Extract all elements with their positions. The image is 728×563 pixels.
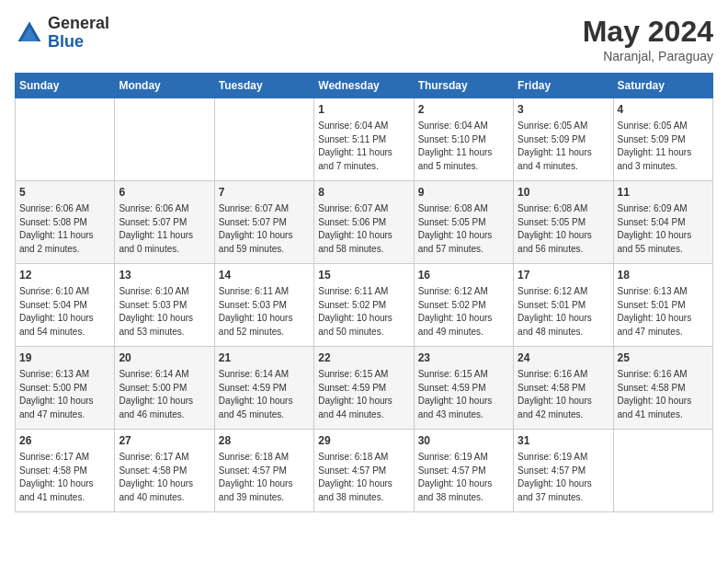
- calendar-cell: 12Sunrise: 6:10 AM Sunset: 5:04 PM Dayli…: [16, 264, 115, 347]
- day-number: 15: [318, 268, 409, 283]
- day-number: 30: [418, 433, 509, 449]
- day-number: 2: [418, 102, 509, 118]
- day-number: 25: [618, 350, 709, 366]
- calendar-cell: 23Sunrise: 6:15 AM Sunset: 4:59 PM Dayli…: [414, 347, 513, 430]
- day-number: 18: [618, 268, 709, 283]
- day-number: 11: [618, 185, 709, 201]
- calendar-cell: 9Sunrise: 6:08 AM Sunset: 5:05 PM Daylig…: [414, 181, 513, 264]
- calendar-cell: [16, 98, 115, 181]
- logo: General Blue: [15, 15, 109, 52]
- day-info: Sunrise: 6:05 AM Sunset: 5:09 PM Dayligh…: [618, 120, 709, 173]
- day-info: Sunrise: 6:13 AM Sunset: 5:00 PM Dayligh…: [19, 368, 110, 421]
- calendar-cell: 29Sunrise: 6:18 AM Sunset: 4:57 PM Dayli…: [314, 430, 414, 512]
- calendar-cell: 1Sunrise: 6:04 AM Sunset: 5:11 PM Daylig…: [314, 98, 414, 181]
- calendar-week-row: 19Sunrise: 6:13 AM Sunset: 5:00 PM Dayli…: [16, 347, 713, 430]
- weekday-header: Sunday: [16, 74, 115, 98]
- logo-blue: Blue: [48, 32, 84, 51]
- day-number: 29: [318, 433, 409, 449]
- weekday-header: Thursday: [414, 74, 513, 98]
- calendar-cell: 15Sunrise: 6:11 AM Sunset: 5:02 PM Dayli…: [314, 264, 414, 347]
- weekday-header: Saturday: [613, 74, 712, 98]
- day-number: 6: [119, 185, 210, 201]
- calendar-cell: 24Sunrise: 6:16 AM Sunset: 4:58 PM Dayli…: [514, 347, 613, 430]
- day-info: Sunrise: 6:19 AM Sunset: 4:57 PM Dayligh…: [518, 451, 609, 504]
- calendar-cell: 17Sunrise: 6:12 AM Sunset: 5:01 PM Dayli…: [514, 264, 613, 347]
- day-info: Sunrise: 6:10 AM Sunset: 5:04 PM Dayligh…: [19, 285, 110, 339]
- calendar-cell: 8Sunrise: 6:07 AM Sunset: 5:06 PM Daylig…: [314, 181, 414, 264]
- calendar-cell: 6Sunrise: 6:06 AM Sunset: 5:07 PM Daylig…: [115, 181, 214, 264]
- day-number: 19: [19, 350, 110, 366]
- calendar-cell: [214, 98, 313, 181]
- day-number: 5: [19, 185, 110, 201]
- day-number: 28: [219, 433, 310, 449]
- day-info: Sunrise: 6:16 AM Sunset: 4:58 PM Dayligh…: [618, 368, 709, 421]
- day-info: Sunrise: 6:11 AM Sunset: 5:02 PM Dayligh…: [318, 285, 409, 339]
- logo-icon: [15, 18, 44, 48]
- day-info: Sunrise: 6:06 AM Sunset: 5:08 PM Dayligh…: [19, 202, 110, 256]
- day-info: Sunrise: 6:19 AM Sunset: 4:57 PM Dayligh…: [418, 451, 509, 504]
- day-number: 24: [518, 350, 609, 366]
- day-info: Sunrise: 6:12 AM Sunset: 5:01 PM Dayligh…: [518, 285, 609, 339]
- calendar-cell: 20Sunrise: 6:14 AM Sunset: 5:00 PM Dayli…: [115, 347, 214, 430]
- day-info: Sunrise: 6:08 AM Sunset: 5:05 PM Dayligh…: [518, 202, 609, 256]
- day-info: Sunrise: 6:13 AM Sunset: 5:01 PM Dayligh…: [618, 285, 709, 339]
- day-number: 10: [518, 185, 609, 201]
- day-number: 7: [219, 185, 310, 201]
- day-info: Sunrise: 6:10 AM Sunset: 5:03 PM Dayligh…: [119, 285, 210, 339]
- calendar-cell: 14Sunrise: 6:11 AM Sunset: 5:03 PM Dayli…: [214, 264, 313, 347]
- day-info: Sunrise: 6:15 AM Sunset: 4:59 PM Dayligh…: [418, 368, 509, 421]
- calendar-cell: 31Sunrise: 6:19 AM Sunset: 4:57 PM Dayli…: [514, 430, 613, 512]
- day-info: Sunrise: 6:07 AM Sunset: 5:07 PM Dayligh…: [219, 202, 310, 256]
- day-number: 31: [518, 433, 609, 449]
- calendar-cell: 26Sunrise: 6:17 AM Sunset: 4:58 PM Dayli…: [16, 430, 115, 512]
- day-info: Sunrise: 6:17 AM Sunset: 4:58 PM Dayligh…: [119, 451, 210, 504]
- calendar-cell: 30Sunrise: 6:19 AM Sunset: 4:57 PM Dayli…: [414, 430, 513, 512]
- day-info: Sunrise: 6:04 AM Sunset: 5:10 PM Dayligh…: [418, 120, 509, 173]
- day-number: 9: [418, 185, 509, 201]
- day-number: 13: [119, 268, 210, 283]
- weekday-header-row: SundayMondayTuesdayWednesdayThursdayFrid…: [16, 74, 713, 98]
- page-header: General Blue May 2024 Naranjal, Paraguay: [15, 15, 713, 63]
- day-number: 14: [219, 268, 310, 283]
- title-block: May 2024 Naranjal, Paraguay: [583, 15, 713, 63]
- logo-text: General Blue: [48, 15, 109, 52]
- day-number: 20: [119, 350, 210, 366]
- day-info: Sunrise: 6:18 AM Sunset: 4:57 PM Dayligh…: [219, 451, 310, 504]
- calendar-cell: 21Sunrise: 6:14 AM Sunset: 4:59 PM Dayli…: [214, 347, 313, 430]
- day-number: 17: [518, 268, 609, 283]
- day-info: Sunrise: 6:07 AM Sunset: 5:06 PM Dayligh…: [318, 202, 409, 256]
- day-number: 27: [119, 433, 210, 449]
- calendar-cell: [613, 430, 712, 512]
- day-info: Sunrise: 6:09 AM Sunset: 5:04 PM Dayligh…: [618, 202, 709, 256]
- day-info: Sunrise: 6:06 AM Sunset: 5:07 PM Dayligh…: [119, 202, 210, 256]
- calendar-cell: 28Sunrise: 6:18 AM Sunset: 4:57 PM Dayli…: [214, 430, 313, 512]
- day-number: 1: [318, 102, 409, 118]
- day-info: Sunrise: 6:14 AM Sunset: 5:00 PM Dayligh…: [119, 368, 210, 421]
- calendar-cell: 10Sunrise: 6:08 AM Sunset: 5:05 PM Dayli…: [514, 181, 613, 264]
- calendar-cell: 11Sunrise: 6:09 AM Sunset: 5:04 PM Dayli…: [613, 181, 712, 264]
- day-info: Sunrise: 6:05 AM Sunset: 5:09 PM Dayligh…: [518, 120, 609, 173]
- calendar-week-row: 26Sunrise: 6:17 AM Sunset: 4:58 PM Dayli…: [16, 430, 713, 512]
- calendar-cell: 18Sunrise: 6:13 AM Sunset: 5:01 PM Dayli…: [613, 264, 712, 347]
- day-number: 12: [19, 268, 110, 283]
- weekday-header: Tuesday: [214, 74, 313, 98]
- calendar-cell: 16Sunrise: 6:12 AM Sunset: 5:02 PM Dayli…: [414, 264, 513, 347]
- day-info: Sunrise: 6:12 AM Sunset: 5:02 PM Dayligh…: [418, 285, 509, 339]
- weekday-header: Wednesday: [314, 74, 414, 98]
- day-info: Sunrise: 6:08 AM Sunset: 5:05 PM Dayligh…: [418, 202, 509, 256]
- calendar-cell: 25Sunrise: 6:16 AM Sunset: 4:58 PM Dayli…: [613, 347, 712, 430]
- day-info: Sunrise: 6:15 AM Sunset: 4:59 PM Dayligh…: [318, 368, 409, 421]
- day-number: 4: [618, 102, 709, 118]
- day-info: Sunrise: 6:04 AM Sunset: 5:11 PM Dayligh…: [318, 120, 409, 173]
- day-info: Sunrise: 6:17 AM Sunset: 4:58 PM Dayligh…: [19, 451, 110, 504]
- location: Naranjal, Paraguay: [583, 49, 713, 63]
- calendar-cell: 4Sunrise: 6:05 AM Sunset: 5:09 PM Daylig…: [613, 98, 712, 181]
- calendar-cell: 13Sunrise: 6:10 AM Sunset: 5:03 PM Dayli…: [115, 264, 214, 347]
- calendar-cell: 3Sunrise: 6:05 AM Sunset: 5:09 PM Daylig…: [514, 98, 613, 181]
- calendar-cell: 27Sunrise: 6:17 AM Sunset: 4:58 PM Dayli…: [115, 430, 214, 512]
- day-number: 8: [318, 185, 409, 201]
- weekday-header: Monday: [115, 74, 214, 98]
- weekday-header: Friday: [514, 74, 613, 98]
- day-number: 3: [518, 102, 609, 118]
- day-info: Sunrise: 6:14 AM Sunset: 4:59 PM Dayligh…: [219, 368, 310, 421]
